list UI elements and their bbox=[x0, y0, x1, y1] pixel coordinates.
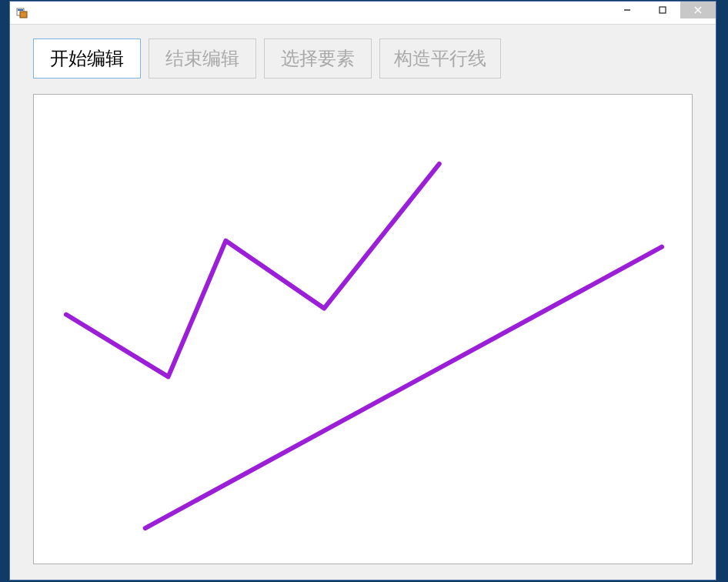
drawing-canvas[interactable] bbox=[33, 94, 693, 564]
end-edit-button[interactable]: 结束编辑 bbox=[149, 38, 256, 79]
drawing-svg bbox=[34, 95, 692, 564]
app-window: 开始编辑 结束编辑 选择要素 构造平行线 bbox=[9, 1, 716, 580]
select-element-button[interactable]: 选择要素 bbox=[264, 38, 372, 79]
maximize-button[interactable] bbox=[645, 2, 680, 18]
client-area: 开始编辑 结束编辑 选择要素 构造平行线 bbox=[10, 25, 716, 580]
app-icon bbox=[16, 7, 28, 19]
titlebar[interactable] bbox=[10, 2, 716, 25]
svg-rect-1 bbox=[20, 12, 27, 18]
polyline-1 bbox=[66, 164, 439, 377]
construct-parallel-button[interactable]: 构造平行线 bbox=[379, 38, 501, 79]
toolbar: 开始编辑 结束编辑 选择要素 构造平行线 bbox=[10, 25, 716, 85]
window-controls bbox=[609, 2, 716, 24]
close-button[interactable] bbox=[680, 2, 716, 18]
svg-rect-2 bbox=[18, 9, 23, 11]
start-edit-button[interactable]: 开始编辑 bbox=[33, 38, 141, 79]
polyline-2 bbox=[145, 247, 662, 528]
minimize-button[interactable] bbox=[609, 2, 645, 18]
svg-rect-4 bbox=[660, 7, 666, 13]
